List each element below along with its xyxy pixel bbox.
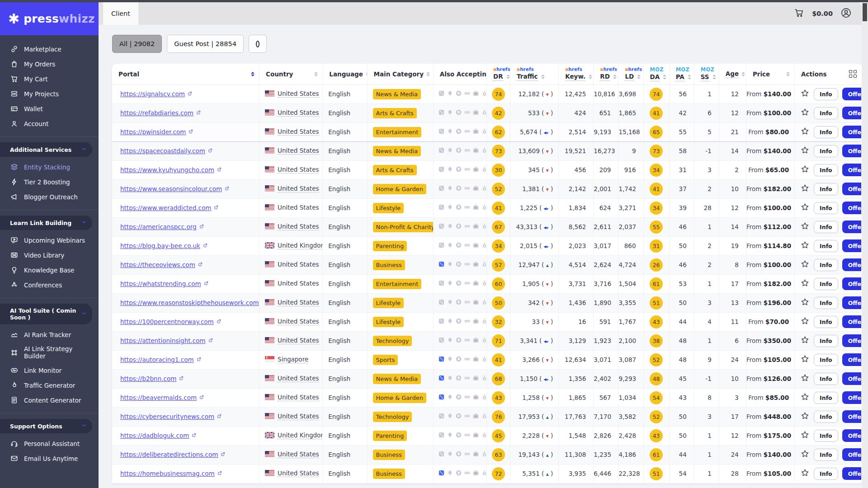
table-row[interactable]: https://spacecoastdaily.com United State… [112,141,861,160]
offers-button[interactable]: Offers [842,391,861,404]
info-button[interactable]: Info [814,430,838,442]
offers-button[interactable]: Offers [842,448,861,461]
filter-all-button[interactable]: All | 29082 [112,35,162,53]
portal-link[interactable]: https://b2bnn.com [120,375,184,382]
portal-link[interactable]: https://www.kyuhyungcho.com [120,166,222,174]
offers-button[interactable]: Offers [842,107,861,119]
table-row[interactable]: https://signalscv.com United States Engl… [112,84,861,103]
offers-button[interactable]: Offers [842,353,861,366]
sidebar-item-content-generator[interactable]: Content Generator [0,393,99,408]
info-button[interactable]: Info [814,183,838,195]
portal-link[interactable]: https://www.seasonsincolour.com [120,185,230,192]
sort-icon[interactable] [426,72,430,77]
offers-button[interactable]: Offers [842,183,861,195]
offers-button[interactable]: Offers [842,467,861,480]
portal-link[interactable]: https://attentioninsight.com [120,337,213,344]
favorite-button[interactable] [800,183,810,194]
sidebar-item-personal-assistant[interactable]: Personal Assistant [0,436,99,451]
table-row[interactable]: https://whatstrending.com United States … [112,274,861,293]
offers-button[interactable]: Offers [842,145,861,157]
favorite-button[interactable] [800,221,810,232]
sort-icon[interactable] [589,75,592,80]
column-header-price[interactable]: Price [746,64,794,84]
column-header-pa[interactable]: MOZPA [669,64,694,84]
table-row[interactable]: https://autoracing1.com Singapore Englis… [112,350,861,369]
sidebar-item-video-library[interactable]: Video Library [0,248,99,263]
sort-icon[interactable] [637,75,641,80]
sidebar-item-conferences[interactable]: Conferences [0,277,99,292]
offers-button[interactable]: Offers [842,315,861,328]
portal-link[interactable]: https://autoracing1.com [120,356,202,363]
reset-filter-button[interactable] [249,35,267,53]
sort-icon[interactable] [688,75,691,80]
favorite-button[interactable] [800,259,810,270]
info-button[interactable]: Info [814,259,838,271]
favorite-button[interactable] [800,468,810,479]
sidebar-item-my-orders[interactable]: My Orders [0,56,99,71]
favorite-button[interactable] [800,373,810,384]
portal-link[interactable]: https://www.weraddicted.com [120,204,219,211]
column-header-ss[interactable]: MOZSS [694,64,719,84]
info-button[interactable]: Info [814,297,838,309]
sort-icon[interactable] [712,75,716,80]
favorite-button[interactable] [800,449,810,460]
table-row[interactable]: https://homebusinessmag.com United State… [112,464,861,483]
portal-link[interactable]: https://deliberatedirections.com [120,451,226,458]
info-button[interactable]: Info [814,107,838,119]
portal-link[interactable]: https://whatstrending.com [120,280,209,287]
sidebar-item-tier-2-boosting[interactable]: Tier 2 Boosting [0,174,99,189]
portal-link[interactable]: https://americanspcc.org [120,223,204,230]
portal-link[interactable]: https://theceoviews.com [120,261,203,268]
favorite-button[interactable] [800,411,810,422]
sidebar-item-wallet[interactable]: Wallet [0,101,99,116]
info-button[interactable]: Info [814,449,838,461]
info-button[interactable]: Info [814,354,838,366]
offers-button[interactable]: Offers [842,334,861,347]
favorite-button[interactable] [800,89,810,99]
sidebar-item-ai-rank-tracker[interactable]: AI Rank Tracker [0,327,99,342]
filter-guest-post-button[interactable]: Guest Post | 28854 [167,35,244,53]
table-row[interactable]: https://theceoviews.com United States En… [112,255,861,274]
sidebar-item-marketplace[interactable]: Marketplace [0,42,99,56]
table-row[interactable]: https://blog.bay-bee.co.uk United Kingdo… [112,236,861,255]
portal-link[interactable]: https://signalscv.com [120,90,193,98]
table-row[interactable]: https://www.weraddicted.com United State… [112,198,861,217]
table-row[interactable]: https://www.kyuhyungcho.com United State… [112,160,861,179]
sidebar-section-ai-tool-suite-comin-soon[interactable]: AI Tool Suite ( Comin Soon ) [0,304,92,324]
info-button[interactable]: Info [814,221,838,233]
offers-button[interactable]: Offers [842,258,861,271]
favorite-button[interactable] [800,354,810,365]
portal-link[interactable]: https://100percentnorway.com [120,318,222,325]
favorite-button[interactable] [800,392,810,403]
sort-icon[interactable] [506,75,510,80]
favorite-button[interactable] [800,164,810,175]
sidebar-item-ai-link-strategy-builder[interactable]: AI Link Strategy Builder [0,342,99,363]
offers-button[interactable]: Offers [842,372,861,385]
sort-icon[interactable] [741,72,745,77]
offers-button[interactable]: Offers [842,164,861,176]
column-header-rd[interactable]: ahrefsRD [594,64,618,84]
column-header-main-category[interactable]: Main Category [367,64,433,84]
sidebar-item-link-monitor[interactable]: Link Monitor [0,363,99,378]
offers-button[interactable]: Offers [842,296,861,309]
sidebar-item-email-us-anytime[interactable]: Email Us Anytime [0,451,99,466]
table-row[interactable]: https://americanspcc.org United States E… [112,217,861,236]
vertical-scrollbar[interactable] [862,2,868,488]
column-header-da[interactable]: MOZDA [643,64,669,84]
info-button[interactable]: Info [814,316,838,328]
table-row[interactable]: https://cybersecuritynews.com United Sta… [112,407,861,426]
portal-link[interactable]: https://dadbloguk.com [120,432,197,439]
column-header-age[interactable]: Age [719,64,746,84]
sidebar-item-knowledge-base[interactable]: Knowledge Base [0,263,99,277]
portal-link[interactable]: https://homebusinessmag.com [120,470,222,477]
sidebar-item-entity-stacking[interactable]: Entity Stacking [0,160,99,174]
sort-icon[interactable] [613,75,617,80]
sidebar-item-traffic-generator[interactable]: Traffic Generator [0,378,99,393]
favorite-button[interactable] [800,145,810,156]
portal-link[interactable]: https://beavermaids.com [120,394,204,401]
column-header-keyw[interactable]: ahrefsKeyw. [559,64,594,84]
sidebar-item-my-projects[interactable]: My Projects [0,86,99,101]
info-button[interactable]: Info [814,373,838,385]
info-button[interactable]: Info [814,88,838,100]
table-row[interactable]: https://www.seasonsincolour.com United S… [112,179,861,198]
